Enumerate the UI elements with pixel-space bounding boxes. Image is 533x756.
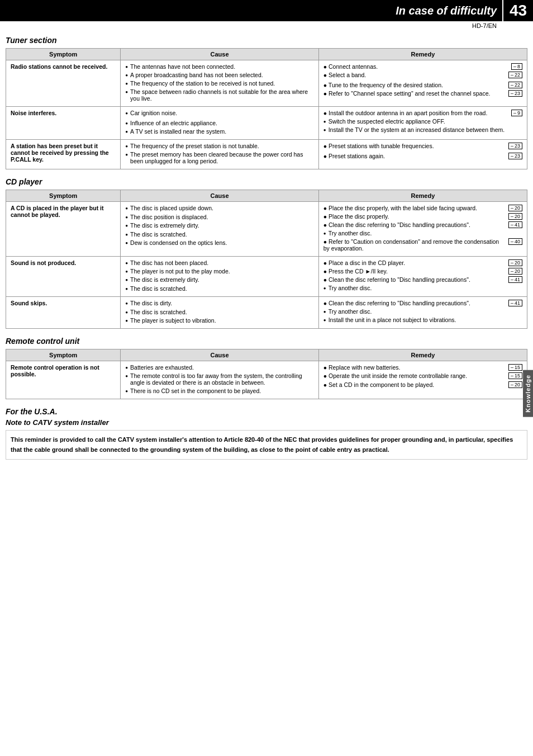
col-symptom: Symptom <box>6 190 121 202</box>
col-cause: Cause <box>121 349 319 361</box>
catv-title: Note to CATV system installer <box>6 418 527 427</box>
table-row: Radio stations cannot be received. The a… <box>6 60 527 107</box>
tuner-table: Symptom Cause Remedy Radio stations cann… <box>6 48 527 169</box>
usa-title: For the U.S.A. <box>6 407 527 416</box>
col-remedy: Remedy <box>318 190 527 202</box>
usa-section: For the U.S.A. Note to CATV system insta… <box>6 407 527 460</box>
model-number: HD-7/EN <box>0 21 533 30</box>
cd-player-table: Symptom Cause Remedy A CD is placed in t… <box>6 190 527 329</box>
page-number-box: 43 <box>502 0 533 21</box>
col-cause: Cause <box>121 190 319 202</box>
remote-control-title: Remote control unit <box>6 337 527 346</box>
col-remedy: Remedy <box>318 349 527 361</box>
tuner-title: Tuner section <box>6 36 527 45</box>
header-title: In case of difficulty <box>396 4 497 17</box>
table-row: A station has been preset but it cannot … <box>6 140 527 169</box>
cd-player-title: CD player <box>6 177 527 186</box>
table-row: Sound skips. The disc is dirty. The disc… <box>6 297 527 329</box>
cd-player-section: CD player Symptom Cause Remedy A CD is p… <box>0 177 533 329</box>
tuner-section: Tuner section Symptom Cause Remedy Radio… <box>0 36 533 169</box>
remote-control-table: Symptom Cause Remedy Remote control oper… <box>6 349 527 399</box>
table-row: A CD is placed in the player but it cann… <box>6 202 527 257</box>
table-row: Remote control operation is not possible… <box>6 361 527 399</box>
table-row: Noise interferes. Car ignition noise. In… <box>6 107 527 140</box>
catv-body: This reminder is provided to call the CA… <box>6 430 527 460</box>
table-row: Sound is not produced. The disc has not … <box>6 257 527 297</box>
knowledge-sidebar: Knowledge <box>523 370 533 417</box>
col-symptom: Symptom <box>6 49 121 60</box>
col-remedy: Remedy <box>318 49 527 60</box>
col-cause: Cause <box>121 49 319 60</box>
page-header: In case of difficulty 43 <box>0 0 533 21</box>
remote-control-section: Remote control unit Symptom Cause Remedy… <box>0 337 533 399</box>
col-symptom: Symptom <box>6 349 121 361</box>
